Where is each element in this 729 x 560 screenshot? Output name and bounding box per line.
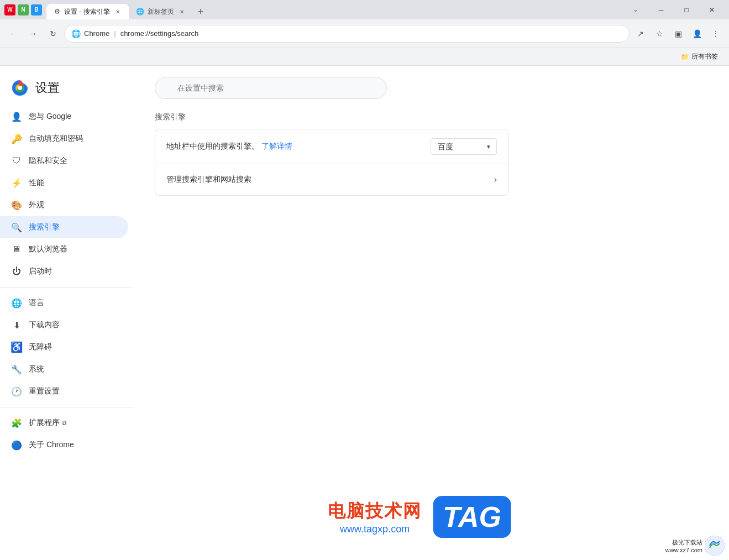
sidebar-item-language[interactable]: 🌐 语言 (0, 292, 128, 314)
sidebar-label-downloads: 下载内容 (29, 320, 60, 330)
language-icon: 🌐 (11, 297, 22, 308)
search-engine-label: 地址栏中使用的搜索引擎。 了解详情 (166, 142, 292, 151)
sidebar-label-performance: 性能 (29, 178, 44, 188)
pinned-app-2[interactable]: N (18, 4, 29, 15)
autofill-icon: 🔑 (11, 133, 22, 144)
address-bar[interactable]: 🌐 Chrome | chrome://settings/search (64, 25, 630, 43)
sidebar-label-language: 语言 (29, 298, 44, 308)
search-wrapper: 🔍 (155, 77, 387, 99)
svg-point-2 (18, 86, 22, 90)
reload-button[interactable]: ↻ (44, 25, 62, 43)
sidebar-item-privacy[interactable]: 🛡 隐私和安全 (0, 150, 128, 172)
search-box-wrapper: 🔍 (155, 77, 707, 99)
sidebar-label-reset: 重置设置 (29, 386, 60, 396)
tab-newtab-close[interactable]: ✕ (177, 7, 186, 16)
sidebar-item-search[interactable]: 🔍 搜索引擎 (0, 216, 128, 238)
privacy-icon: 🛡 (11, 155, 22, 166)
address-bar-separator: | (114, 29, 116, 38)
system-icon: 🔧 (11, 364, 22, 375)
sidebar-label-appearance: 外观 (29, 200, 44, 210)
section-title: 搜索引擎 (155, 112, 707, 122)
sidebar-label-autofill: 自动填充和密码 (29, 134, 83, 144)
window-minimize[interactable]: ─ (648, 0, 674, 19)
sidebar-item-about[interactable]: 🔵 关于 Chrome (0, 434, 128, 456)
titlebar: W N B ⚙ 设置 - 搜索引擎 ✕ 🌐 新标签页 ✕ + ⌄ ─ □ ✕ (0, 0, 729, 19)
google-icon: 👤 (11, 111, 22, 122)
back-button[interactable]: ← (4, 25, 22, 43)
sidebar-divider-1 (0, 287, 133, 287)
engine-selector-wrapper: 百度 Google 必应 Yahoo (431, 138, 497, 155)
accessibility-icon: ♿ (11, 342, 22, 353)
address-bar-url: chrome://settings/search (120, 29, 199, 38)
sidebar: 设置 👤 您与 Google 🔑 自动填充和密码 🛡 隐私和安全 ⚡ 性能 🎨 … (0, 66, 133, 560)
sidebar-label-about: 关于 Chrome (29, 440, 74, 450)
manage-search-engines-row[interactable]: 管理搜索引擎和网站搜索 › (155, 164, 508, 195)
content-area: 设置 👤 您与 Google 🔑 自动填充和密码 🛡 隐私和安全 ⚡ 性能 🎨 … (0, 66, 729, 560)
sidebar-label-search: 搜索引擎 (29, 222, 60, 232)
about-icon: 🔵 (11, 439, 22, 451)
tab-newtab[interactable]: 🌐 新标签页 ✕ (130, 4, 193, 19)
sidebar-label-accessibility: 无障碍 (29, 342, 52, 352)
sidebar-item-downloads[interactable]: ⬇ 下载内容 (0, 314, 128, 336)
forward-button[interactable]: → (24, 25, 42, 43)
settings-card: 地址栏中使用的搜索引擎。 了解详情 百度 Google 必应 Yahoo (155, 129, 508, 196)
sidebar-item-reset[interactable]: 🕐 重置设置 (0, 380, 128, 402)
extensions-icon: 🧩 (11, 417, 22, 428)
sidebar-item-system[interactable]: 🔧 系统 (0, 358, 128, 380)
pinned-app-weibo[interactable]: W (4, 4, 15, 15)
tab-newtab-label: 新标签页 (148, 7, 174, 17)
toolbar-icons: ↗ ☆ ▣ 👤 ⋮ (632, 25, 725, 43)
manage-arrow-wrapper: › (494, 175, 497, 185)
settings-search-input[interactable] (155, 77, 387, 99)
sidebar-item-autofill[interactable]: 🔑 自动填充和密码 (0, 128, 128, 150)
pinned-app-3[interactable]: B (31, 4, 42, 15)
search-engine-row: 地址栏中使用的搜索引擎。 了解详情 百度 Google 必应 Yahoo (155, 129, 508, 164)
sidebar-label-default-browser: 默认浏览器 (29, 244, 67, 254)
tab-search-button[interactable]: ▣ (669, 25, 687, 43)
window-close[interactable]: ✕ (699, 0, 725, 19)
window-collapse[interactable]: ⌄ (623, 0, 648, 19)
sidebar-label-privacy: 隐私和安全 (29, 156, 67, 166)
newtab-tab-icon: 🌐 (137, 8, 144, 15)
engine-select[interactable]: 百度 Google 必应 Yahoo (431, 138, 497, 155)
manage-label-text: 管理搜索引擎和网站搜索 (166, 175, 251, 185)
navbar: ← → ↻ 🌐 Chrome | chrome://settings/searc… (0, 19, 729, 48)
sidebar-item-default-browser[interactable]: 🖥 默认浏览器 (0, 238, 128, 260)
engine-select-wrapper: 百度 Google 必应 Yahoo (431, 138, 497, 155)
sidebar-item-extensions[interactable]: 🧩 扩展程序 ⧉ (0, 412, 128, 434)
window-restore[interactable]: □ (674, 0, 699, 19)
manage-arrow-icon: › (494, 175, 497, 185)
default-browser-icon: 🖥 (11, 244, 22, 255)
folder-icon: 📁 (681, 53, 689, 61)
ext-external-link-icon: ⧉ (62, 419, 67, 427)
bookmarks-all[interactable]: 📁 所有书签 (676, 50, 722, 64)
bookmarks-bar: 📁 所有书签 (0, 48, 729, 66)
sidebar-label-google: 您与 Google (29, 112, 71, 122)
share-button[interactable]: ↗ (632, 25, 649, 43)
startup-icon: ⏻ (11, 266, 22, 277)
downloads-icon: ⬇ (11, 320, 22, 331)
sidebar-item-startup[interactable]: ⏻ 启动时 (0, 260, 128, 282)
tab-list: ⚙ 设置 - 搜索引擎 ✕ 🌐 新标签页 ✕ + (46, 0, 623, 19)
sidebar-item-performance[interactable]: ⚡ 性能 (0, 172, 128, 194)
profile-button[interactable]: 👤 (688, 25, 706, 43)
tab-settings[interactable]: ⚙ 设置 - 搜索引擎 ✕ (46, 4, 129, 19)
learn-more-link[interactable]: 了解详情 (261, 142, 292, 151)
sidebar-title: 设置 (35, 80, 60, 96)
address-bar-chrome-icon: 🌐 (71, 29, 81, 38)
new-tab-button[interactable]: + (193, 4, 208, 19)
address-bar-label-text: 地址栏中使用的搜索引擎。 (166, 142, 259, 151)
sidebar-divider-2 (0, 407, 133, 407)
sidebar-item-google[interactable]: 👤 您与 Google (0, 106, 128, 128)
sidebar-item-accessibility[interactable]: ♿ 无障碍 (0, 336, 128, 358)
menu-button[interactable]: ⋮ (707, 25, 725, 43)
tab-settings-close[interactable]: ✕ (113, 7, 122, 16)
sidebar-label-system: 系统 (29, 364, 44, 374)
sidebar-label-extensions: 扩展程序 (29, 418, 60, 428)
sidebar-item-appearance[interactable]: 🎨 外观 (0, 194, 128, 216)
sidebar-label-startup: 启动时 (29, 266, 52, 276)
search-engine-icon: 🔍 (11, 222, 22, 233)
bookmark-button[interactable]: ☆ (651, 25, 668, 43)
settings-tab-icon: ⚙ (53, 8, 61, 15)
tab-settings-label: 设置 - 搜索引擎 (64, 7, 110, 17)
